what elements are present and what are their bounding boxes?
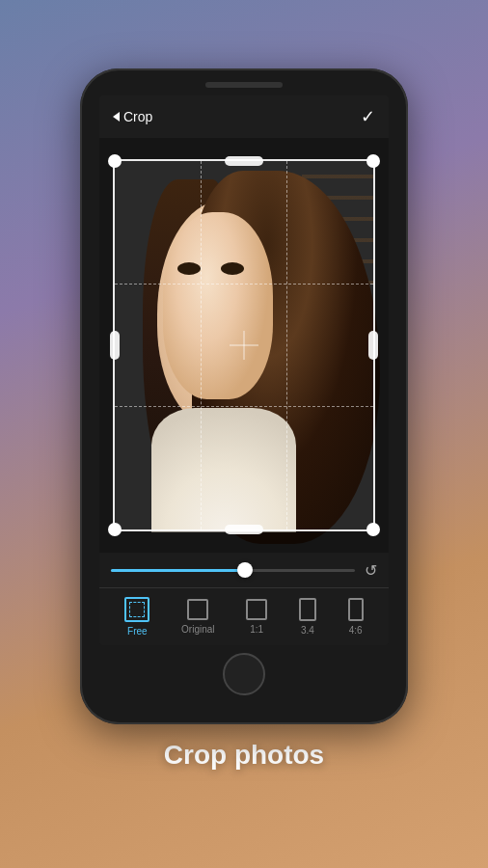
grid-line-h1 [115,284,373,285]
ratio-original-label: Original [181,624,214,635]
phone-frame: Crop ✓ [80,68,408,724]
handle-bottom-left[interactable] [108,523,122,536]
crop-photos-text: Crop photos [164,740,324,771]
reset-rotation-button[interactable]: ↺ [365,561,377,580]
grid-line-h2 [115,406,373,407]
top-bar: Crop ✓ [99,95,389,138]
ratio-original[interactable]: Original [181,599,214,635]
ratio-4-6-label: 4:6 [349,625,363,636]
handle-top-right[interactable] [366,154,380,168]
crop-title: Crop [123,109,152,124]
ratio-free[interactable]: Free [124,597,149,637]
slider-fill [111,569,245,572]
handle-mid-bottom[interactable] [225,525,263,534]
ratio-free-label: Free [127,626,148,637]
image-area [99,138,389,553]
handle-bottom-right[interactable] [366,523,380,536]
back-button[interactable]: Crop [113,109,152,124]
handle-mid-left[interactable] [110,331,120,360]
ratio-4-6[interactable]: 4:6 [348,598,364,636]
confirm-button[interactable]: ✓ [361,106,375,127]
overlay-bottom [99,531,389,553]
ratio-1-1-icon [246,599,267,620]
ratio-free-icon [124,597,149,622]
handle-mid-right[interactable] [368,331,378,360]
crop-overlay[interactable] [113,159,375,531]
ratio-1-1[interactable]: 1:1 [246,599,267,635]
grid-line-v2 [286,161,287,529]
ratio-3-4[interactable]: 3.4 [299,598,316,636]
rotation-bar: ↺ [99,553,389,587]
slider-thumb[interactable] [237,562,253,578]
home-button[interactable] [223,653,265,695]
phone-speaker [205,82,283,88]
ratio-3-4-icon [299,598,316,621]
handle-top-left[interactable] [108,154,122,168]
crosshair-vertical [244,331,245,360]
handle-mid-top[interactable] [225,156,263,166]
crop-box [113,159,375,531]
ratio-1-1-label: 1:1 [250,624,263,635]
ratio-4-6-icon [348,598,364,621]
ratio-original-icon [187,599,208,620]
ratio-bar: Free Original 1:1 3.4 4:6 [99,587,389,645]
phone-screen: Crop ✓ [99,95,389,645]
ratio-3-4-label: 3.4 [301,625,314,636]
rotation-slider[interactable] [111,569,355,572]
back-chevron-icon [113,112,120,122]
grid-line-v1 [201,161,202,529]
